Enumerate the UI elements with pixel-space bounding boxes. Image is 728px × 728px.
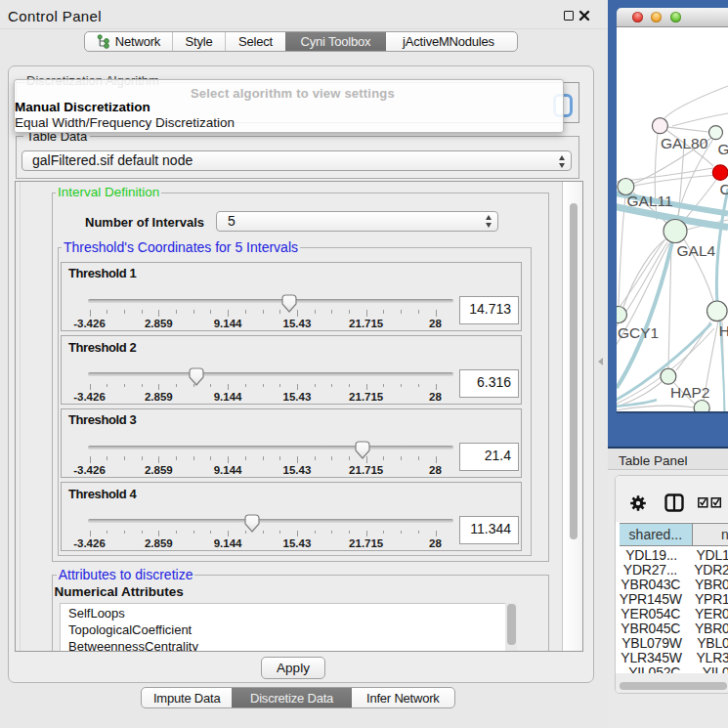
svg-text:GAL7: GAL7	[718, 141, 728, 157]
svg-text:GAL4: GAL4	[677, 242, 716, 259]
svg-text:GCY1: GCY1	[618, 324, 659, 341]
svg-text:GAL11: GAL11	[627, 193, 673, 209]
svg-text:CAR: CAR	[720, 181, 728, 197]
svg-text:HAP2: HAP2	[670, 384, 710, 401]
svg-text:HAP: HAP	[719, 322, 728, 339]
svg-text:GAL80: GAL80	[661, 135, 708, 151]
